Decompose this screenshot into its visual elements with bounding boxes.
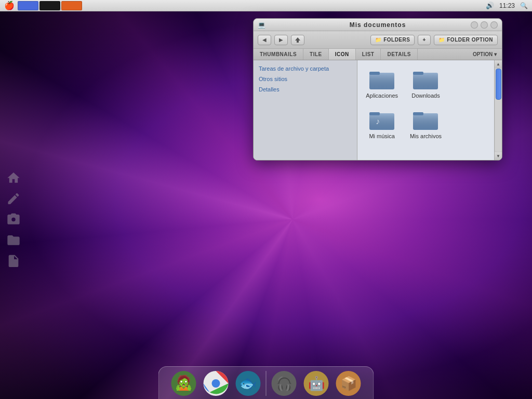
folder-option-button[interactable]: 📁 FOLDER OPTION bbox=[434, 35, 498, 45]
svg-rect-11 bbox=[413, 113, 438, 130]
file-item-downloads[interactable]: Downloads bbox=[406, 65, 445, 101]
left-dock-camera[interactable] bbox=[5, 211, 22, 228]
add-label: + bbox=[422, 37, 425, 43]
sidebar-item-otros[interactable]: Otros sitios bbox=[254, 74, 357, 84]
folder-option-icon: 📁 bbox=[438, 37, 445, 43]
file-item-musica[interactable]: ♪ Mi música bbox=[363, 106, 401, 141]
window-close-button[interactable] bbox=[471, 21, 478, 29]
svg-text:🐟: 🐟 bbox=[239, 375, 257, 392]
svg-rect-8 bbox=[369, 112, 380, 115]
up-button[interactable] bbox=[291, 35, 304, 45]
zombie-icon: 🧟 bbox=[169, 369, 198, 398]
svg-rect-2 bbox=[369, 72, 380, 75]
svg-text:📦: 📦 bbox=[340, 375, 357, 392]
empty-slot bbox=[450, 65, 477, 101]
folder-option-label: FOLDER OPTION bbox=[447, 37, 493, 43]
sidebar-panel: Tareas de archivo y carpeta Otros sitios… bbox=[254, 60, 357, 160]
menubar-left: 🍎 bbox=[0, 1, 82, 10]
volume-icon[interactable]: 🔊 bbox=[486, 2, 494, 9]
headphone-icon: 🎧 bbox=[270, 369, 299, 398]
folder-musica-icon: ♪ bbox=[368, 108, 395, 131]
pen-icon bbox=[6, 191, 21, 206]
folder-aplicaciones-icon bbox=[368, 68, 395, 90]
window-icon: 💻 bbox=[258, 21, 265, 29]
dock-item-box[interactable]: 📦 bbox=[334, 369, 363, 398]
file-label-aplicaciones: Aplicaciones bbox=[366, 92, 398, 99]
forward-button[interactable]: ▶ bbox=[274, 35, 288, 45]
svg-rect-5 bbox=[413, 72, 423, 75]
svg-rect-7 bbox=[369, 113, 394, 130]
back-button[interactable]: ◀ bbox=[258, 35, 271, 45]
left-dock-pen[interactable] bbox=[5, 190, 22, 207]
folder-icon bbox=[6, 233, 21, 247]
folder-archivos-icon bbox=[412, 108, 439, 131]
tab-icon[interactable]: ICON bbox=[329, 49, 356, 60]
file-item-aplicaciones[interactable]: Aplicaciones bbox=[363, 65, 401, 101]
scrollbar: ▲ ▼ bbox=[494, 60, 502, 160]
files-grid: Aplicaciones Downloads bbox=[357, 60, 494, 160]
option-dropdown[interactable]: OPTION ▾ bbox=[468, 49, 502, 60]
dock-item-zombie[interactable]: 🧟 bbox=[169, 369, 198, 398]
file-label-archivos: Mis archivos bbox=[410, 133, 442, 139]
svg-rect-4 bbox=[413, 73, 438, 89]
box-icon: 📦 bbox=[334, 369, 363, 398]
left-dock-folder[interactable] bbox=[5, 232, 22, 248]
window-titlebar[interactable]: 💻 Mis documentos bbox=[254, 19, 502, 31]
file-label-musica: Mi música bbox=[369, 133, 395, 139]
color-btn-orange[interactable] bbox=[61, 1, 82, 10]
clock: 11:23 bbox=[499, 2, 515, 9]
folders-button[interactable]: 📁 FOLDERS bbox=[370, 35, 415, 45]
svg-point-17 bbox=[212, 379, 220, 388]
svg-rect-1 bbox=[369, 73, 394, 89]
svg-text:🤖: 🤖 bbox=[308, 375, 325, 392]
bottom-dock: 🧟 🐟 bbox=[158, 366, 374, 399]
window-toolbar: ◀ ▶ 📁 FOLDERS + 📁 FOLDER OPTION bbox=[254, 31, 502, 49]
scroll-track[interactable] bbox=[495, 69, 502, 152]
folder-downloads-icon bbox=[412, 68, 439, 90]
dock-item-headphone[interactable]: 🎧 bbox=[270, 369, 299, 398]
svg-text:🎧: 🎧 bbox=[276, 375, 293, 392]
scroll-up-button[interactable]: ▲ bbox=[495, 60, 502, 68]
home-icon bbox=[6, 170, 21, 185]
file-manager-window: 💻 Mis documentos ◀ ▶ 📁 FOLDERS + 📁 FOLDE… bbox=[253, 18, 502, 161]
color-btn-blue[interactable] bbox=[18, 1, 38, 10]
window-minimize-button[interactable] bbox=[481, 21, 488, 29]
tab-details[interactable]: DETAILS bbox=[381, 49, 418, 60]
tab-list[interactable]: LIST bbox=[356, 49, 381, 60]
apple-logo-icon[interactable]: 🍎 bbox=[4, 1, 15, 10]
dock-item-robot[interactable]: 🤖 bbox=[302, 369, 331, 398]
robot-icon: 🤖 bbox=[302, 369, 331, 398]
menubar-right: 🔊 11:23 🔍 bbox=[486, 2, 528, 9]
dock-separator bbox=[266, 371, 267, 396]
add-button[interactable]: + bbox=[418, 35, 430, 45]
window-content: Tareas de archivo y carpeta Otros sitios… bbox=[254, 60, 502, 160]
dock-item-fish[interactable]: 🐟 bbox=[234, 369, 263, 398]
window-controls bbox=[471, 21, 498, 29]
menubar: 🍎 🔊 11:23 🔍 bbox=[0, 0, 532, 11]
left-dock bbox=[5, 169, 22, 269]
dock-item-chrome[interactable] bbox=[202, 369, 231, 398]
view-tabs-bar: THUMBNAILS TILE ICON LIST DETAILS OPTION… bbox=[254, 49, 502, 60]
search-icon[interactable]: 🔍 bbox=[520, 2, 528, 9]
sidebar-item-tareas[interactable]: Tareas de archivo y carpeta bbox=[254, 63, 357, 74]
svg-text:🧟: 🧟 bbox=[175, 374, 193, 391]
window-title: Mis documentos bbox=[350, 21, 406, 29]
file-label-downloads: Downloads bbox=[411, 92, 440, 99]
folder-btn-icon: 📁 bbox=[375, 37, 382, 43]
chrome-icon bbox=[202, 369, 231, 398]
window-maximize-button[interactable] bbox=[490, 21, 498, 29]
file-item-archivos[interactable]: Mis archivos bbox=[406, 106, 445, 141]
color-btn-black[interactable] bbox=[39, 1, 60, 10]
scroll-thumb[interactable] bbox=[496, 69, 501, 100]
scroll-down-button[interactable]: ▼ bbox=[495, 152, 502, 160]
fish-icon: 🐟 bbox=[234, 369, 263, 398]
left-dock-document[interactable] bbox=[5, 252, 22, 269]
tab-tile[interactable]: TILE bbox=[303, 49, 329, 60]
camera-icon bbox=[6, 212, 21, 227]
sidebar-item-detalles[interactable]: Detalles bbox=[254, 84, 357, 95]
svg-rect-12 bbox=[413, 112, 423, 115]
tab-thumbnails[interactable]: THUMBNAILS bbox=[254, 49, 303, 60]
left-dock-home[interactable] bbox=[5, 169, 22, 186]
folders-label: FOLDERS bbox=[383, 37, 410, 43]
up-arrow-icon bbox=[294, 36, 301, 44]
